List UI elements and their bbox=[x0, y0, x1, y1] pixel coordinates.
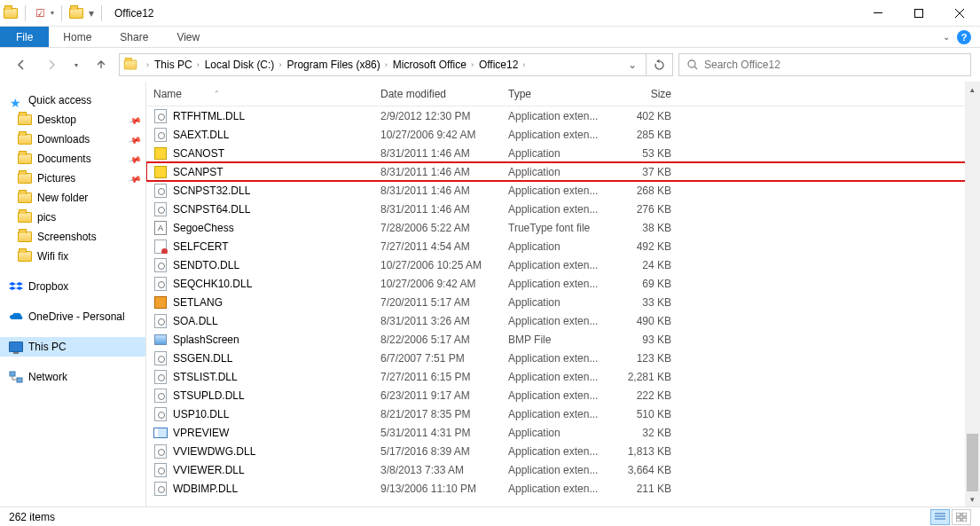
scroll-thumb[interactable] bbox=[967, 434, 978, 491]
file-type: Application bbox=[508, 240, 615, 253]
file-icon bbox=[153, 202, 168, 216]
file-row[interactable]: SCNPST64.DLL8/31/2011 1:46 AMApplication… bbox=[146, 200, 980, 218]
tab-share[interactable]: Share bbox=[106, 27, 162, 47]
sidebar-item-label: Pictures bbox=[37, 172, 75, 184]
sidebar-item[interactable]: pics bbox=[0, 208, 145, 227]
file-row[interactable]: SETLANG7/20/2011 5:17 AMApplication33 KB bbox=[146, 293, 980, 311]
sidebar-item[interactable]: Screenshots bbox=[0, 227, 145, 247]
file-row[interactable]: VVIEWER.DLL3/8/2013 7:33 AMApplication e… bbox=[146, 460, 980, 479]
file-name: VVIEWDWG.DLL bbox=[173, 445, 255, 458]
file-tab[interactable]: File bbox=[0, 27, 49, 47]
sidebar-quick-access[interactable]: ★ Quick access bbox=[0, 90, 145, 110]
file-name: SELFCERT bbox=[173, 240, 228, 253]
address-bar[interactable]: › This PC› Local Disk (C:)› Program File… bbox=[119, 53, 647, 76]
file-type: Application exten... bbox=[508, 464, 615, 476]
thumbnails-view-button[interactable] bbox=[952, 509, 971, 525]
sidebar-item-label: Desktop bbox=[37, 114, 76, 126]
crumb-local-disk[interactable]: Local Disk (C:)› bbox=[203, 54, 286, 75]
status-bar: 262 items bbox=[0, 506, 980, 526]
sidebar-onedrive[interactable]: OneDrive - Personal bbox=[0, 307, 145, 326]
file-row[interactable]: SCANPST8/31/2011 1:46 AMApplication37 KB bbox=[146, 162, 980, 181]
file-type: Application exten... bbox=[508, 278, 615, 290]
vertical-scrollbar[interactable]: ▴ ▾ bbox=[965, 82, 980, 506]
sidebar-network[interactable]: Network bbox=[0, 367, 145, 387]
file-row[interactable]: SCANOST8/31/2011 1:46 AMApplication53 KB bbox=[146, 144, 980, 162]
sidebar-item[interactable]: New folder bbox=[0, 188, 145, 208]
file-icon bbox=[153, 258, 168, 272]
sidebar-this-pc[interactable]: This PC bbox=[0, 337, 145, 357]
sidebar-item[interactable]: Desktop📌 bbox=[0, 110, 145, 130]
column-name[interactable]: Name⌃ bbox=[153, 88, 380, 100]
file-name: SOA.DLL bbox=[173, 315, 218, 327]
file-row[interactable]: SELFCERT7/27/2011 4:54 AMApplication492 … bbox=[146, 237, 980, 255]
scroll-track[interactable] bbox=[965, 97, 980, 491]
search-input[interactable] bbox=[704, 59, 963, 71]
help-icon[interactable]: ? bbox=[957, 30, 971, 44]
svg-rect-1 bbox=[915, 9, 923, 17]
up-button[interactable] bbox=[89, 54, 114, 75]
address-folder-icon bbox=[124, 60, 137, 70]
crumb-this-pc[interactable]: This PC› bbox=[153, 54, 203, 75]
file-row[interactable]: WDBIMP.DLL9/13/2006 11:10 PMApplication … bbox=[146, 479, 980, 498]
crumb-microsoft-office[interactable]: Microsoft Office› bbox=[391, 54, 477, 75]
close-button[interactable] bbox=[939, 0, 980, 27]
crumb-office12[interactable]: Office12› bbox=[477, 54, 529, 75]
pin-icon: 📌 bbox=[128, 113, 142, 127]
sidebar-item[interactable]: Documents📌 bbox=[0, 149, 145, 169]
folder-icon bbox=[18, 191, 32, 205]
file-size: 285 KB bbox=[615, 129, 678, 141]
svg-rect-8 bbox=[962, 518, 967, 522]
qat-dropdown-icon[interactable]: ▾ bbox=[51, 9, 54, 17]
app-folder-icon bbox=[4, 6, 18, 20]
file-row[interactable]: SplashScreen8/22/2006 5:17 AMBMP File93 … bbox=[146, 330, 980, 349]
qat-customize-icon[interactable]: ▾ bbox=[89, 7, 94, 20]
svg-rect-0 bbox=[874, 12, 882, 13]
file-row[interactable]: SCNPST32.DLL8/31/2011 1:46 AMApplication… bbox=[146, 181, 980, 200]
ribbon-expand-icon[interactable]: ⌄ bbox=[943, 32, 950, 42]
maximize-button[interactable] bbox=[898, 0, 939, 27]
search-box[interactable] bbox=[678, 53, 971, 76]
file-type: Application bbox=[508, 427, 615, 439]
file-row[interactable]: STSLIST.DLL7/27/2011 6:15 PMApplication … bbox=[146, 367, 980, 386]
file-row[interactable]: RTFHTML.DLL2/9/2012 12:30 PMApplication … bbox=[146, 106, 980, 125]
tab-home[interactable]: Home bbox=[49, 27, 106, 47]
file-list[interactable]: RTFHTML.DLL2/9/2012 12:30 PMApplication … bbox=[146, 106, 980, 506]
tab-view[interactable]: View bbox=[162, 27, 214, 47]
file-size: 53 KB bbox=[615, 147, 678, 160]
crumb-root-chevron[interactable]: › bbox=[143, 54, 153, 75]
file-row[interactable]: ASegoeChess7/28/2006 5:22 AMTrueType fon… bbox=[146, 218, 980, 237]
details-view-button[interactable] bbox=[930, 509, 950, 525]
column-date[interactable]: Date modified bbox=[380, 88, 508, 100]
file-row[interactable]: STSUPLD.DLL6/23/2011 9:17 AMApplication … bbox=[146, 386, 980, 404]
file-row[interactable]: SEQCHK10.DLL10/27/2006 9:42 AMApplicatio… bbox=[146, 274, 980, 293]
recent-locations-button[interactable]: ▾ bbox=[69, 54, 83, 75]
scroll-down-icon[interactable]: ▾ bbox=[965, 491, 980, 506]
sidebar-item[interactable]: Downloads📌 bbox=[0, 130, 145, 149]
column-size[interactable]: Size bbox=[615, 88, 678, 100]
address-dropdown-icon[interactable]: ⌄ bbox=[623, 59, 642, 71]
scroll-up-icon[interactable]: ▴ bbox=[965, 82, 980, 97]
file-row[interactable]: SENDTO.DLL10/27/2006 10:25 AMApplication… bbox=[146, 255, 980, 274]
forward-button[interactable] bbox=[39, 54, 64, 75]
file-icon bbox=[153, 277, 168, 291]
file-icon bbox=[153, 370, 168, 384]
file-row[interactable]: SSGEN.DLL6/7/2007 7:51 PMApplication ext… bbox=[146, 349, 980, 367]
sidebar-item[interactable]: Pictures📌 bbox=[0, 169, 145, 188]
back-button[interactable] bbox=[9, 54, 34, 75]
file-row[interactable]: SOA.DLL8/31/2011 3:26 AMApplication exte… bbox=[146, 311, 980, 330]
sidebar-item[interactable]: Wifi fix bbox=[0, 247, 145, 266]
sidebar-dropbox[interactable]: Dropbox bbox=[0, 277, 145, 296]
file-row[interactable]: VPREVIEW5/31/2011 4:31 PMApplication32 K… bbox=[146, 423, 980, 442]
crumb-program-files[interactable]: Program Files (x86)› bbox=[285, 54, 390, 75]
file-row[interactable]: VVIEWDWG.DLL5/17/2016 8:39 AMApplication… bbox=[146, 442, 980, 460]
column-type[interactable]: Type bbox=[508, 88, 615, 100]
file-row[interactable]: USP10.DLL8/21/2017 8:35 PMApplication ex… bbox=[146, 404, 980, 423]
refresh-button[interactable] bbox=[647, 53, 673, 76]
file-row[interactable]: SAEXT.DLL10/27/2006 9:42 AMApplication e… bbox=[146, 125, 980, 144]
file-type: Application bbox=[508, 147, 615, 160]
qat-folder-icon[interactable] bbox=[69, 6, 83, 20]
qat-properties-icon[interactable]: ☑ bbox=[33, 6, 47, 20]
file-icon bbox=[153, 333, 168, 347]
folder-icon bbox=[18, 113, 32, 127]
minimize-button[interactable] bbox=[858, 0, 898, 27]
